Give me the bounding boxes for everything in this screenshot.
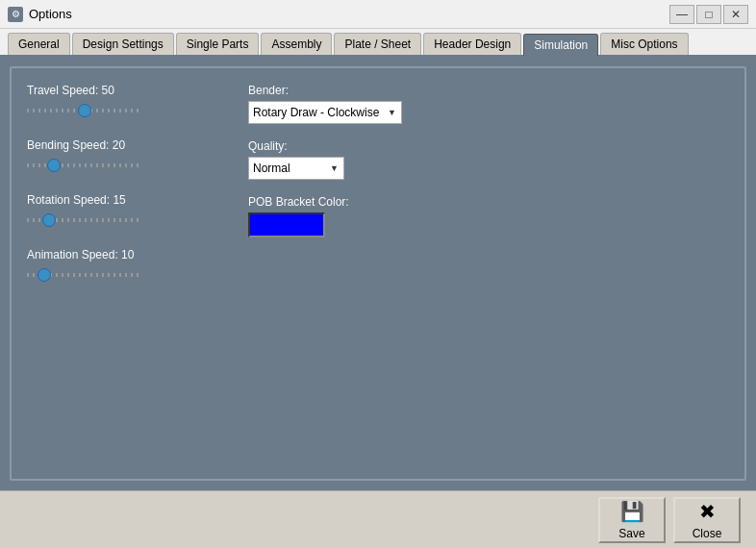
title-bar: ⚙ Options — □ ✕ (0, 0, 756, 29)
right-section: Bender: Rotary Draw - Clockwise Rotary D… (248, 84, 402, 463)
travel-speed-group: Travel Speed: 50 (27, 84, 190, 115)
close-label: Close (693, 527, 722, 540)
rotation-speed-group: Rotation Speed: 15 (27, 193, 190, 225)
tab-bar: General Design Settings Single Parts Ass… (0, 29, 756, 57)
save-icon: 💾 (620, 500, 644, 523)
tab-assembly[interactable]: Assembly (261, 33, 332, 55)
tab-misc-options[interactable]: Misc Options (600, 33, 688, 55)
window-title: Options (29, 7, 72, 21)
tab-plate-sheet[interactable]: Plate / Sheet (334, 33, 421, 55)
pob-bracket-group: POB Bracket Color: (248, 195, 402, 237)
save-label: Save (618, 527, 644, 540)
tab-simulation[interactable]: Simulation (523, 34, 598, 56)
pob-bracket-label: POB Bracket Color: (248, 195, 402, 209)
bending-speed-slider[interactable] (27, 163, 142, 167)
quality-group: Quality: Low Normal High (248, 139, 402, 180)
bender-dropdown[interactable]: Rotary Draw - Clockwise Rotary Draw - Co… (248, 101, 402, 124)
bending-speed-label: Bending Speed: 20 (27, 138, 190, 152)
minimize-button[interactable]: — (669, 5, 694, 24)
tab-general[interactable]: General (8, 33, 70, 55)
title-bar-left: ⚙ Options (8, 7, 72, 22)
maximize-button[interactable]: □ (696, 5, 721, 24)
quality-label: Quality: (248, 139, 402, 153)
content-area: Travel Speed: 50 Bending Speed: 20 Rotat… (0, 57, 756, 490)
animation-speed-label: Animation Speed: 10 (27, 248, 190, 262)
tab-single-parts[interactable]: Single Parts (176, 33, 260, 55)
quality-dropdown[interactable]: Low Normal High (248, 157, 344, 180)
animation-speed-slider[interactable] (27, 273, 142, 277)
close-button[interactable]: ✖ Close (673, 497, 741, 543)
travel-speed-slider[interactable] (27, 109, 142, 112)
animation-speed-group: Animation Speed: 10 (27, 248, 190, 280)
save-button[interactable]: 💾 Save (598, 497, 666, 543)
main-window: ⚙ Options — □ ✕ General Design Settings … (0, 0, 756, 548)
bending-speed-group: Bending Speed: 20 (27, 138, 190, 170)
app-icon: ⚙ (8, 7, 23, 22)
quality-dropdown-wrapper: Low Normal High (248, 157, 344, 180)
bender-dropdown-wrapper: Rotary Draw - Clockwise Rotary Draw - Co… (248, 101, 402, 124)
tab-design-settings[interactable]: Design Settings (72, 33, 174, 55)
rotation-speed-slider[interactable] (27, 218, 142, 222)
sliders-section: Travel Speed: 50 Bending Speed: 20 Rotat… (27, 84, 190, 463)
bender-group: Bender: Rotary Draw - Clockwise Rotary D… (248, 84, 402, 124)
travel-speed-label: Travel Speed: 50 (27, 84, 190, 97)
window-close-button[interactable]: ✕ (723, 5, 748, 24)
title-bar-controls: — □ ✕ (669, 5, 748, 24)
settings-panel: Travel Speed: 50 Bending Speed: 20 Rotat… (10, 66, 746, 481)
bender-label: Bender: (248, 84, 402, 97)
bottom-bar: 💾 Save ✖ Close (0, 490, 756, 548)
rotation-speed-label: Rotation Speed: 15 (27, 193, 190, 207)
tab-header-design[interactable]: Header Design (423, 33, 521, 55)
pob-bracket-color[interactable] (248, 212, 325, 237)
close-icon: ✖ (699, 500, 716, 523)
